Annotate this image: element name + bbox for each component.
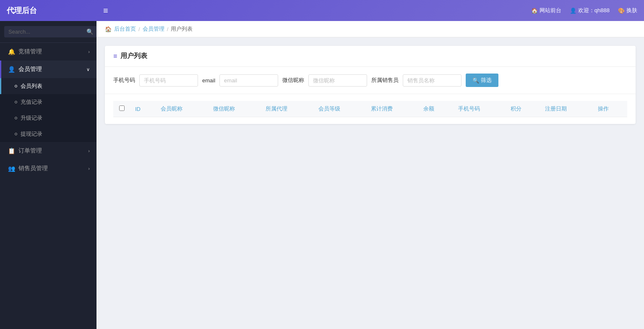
breadcrumb-sep1: / xyxy=(138,26,140,32)
phone-input[interactable] xyxy=(139,74,198,87)
wechat-label: 微信昵称 xyxy=(282,76,304,84)
email-label: email xyxy=(202,77,215,84)
header-left: ≡ xyxy=(103,6,531,16)
dot-icon xyxy=(15,85,17,87)
wechat-input[interactable] xyxy=(308,74,367,87)
col-consumption: 累计消费 xyxy=(366,101,418,117)
breadcrumb-sep2: / xyxy=(167,26,169,32)
breadcrumb-current: 用户列表 xyxy=(171,25,193,33)
sidebar-item-xiaoshou[interactable]: 👥 销售员管理 › xyxy=(0,160,96,177)
filter-bar: 手机号码 email 微信昵称 所属销售员 🔍 筛选 xyxy=(105,67,636,94)
sidebar-item-label: 销售员管理 xyxy=(18,165,48,172)
hamburger-icon[interactable]: ≡ xyxy=(103,6,108,16)
search-button[interactable]: 🔍 xyxy=(83,26,96,37)
logo-area: 代理后台 xyxy=(7,5,103,16)
logo-text: 代理后台 xyxy=(7,5,37,16)
chevron-down-icon: ∨ xyxy=(86,67,90,72)
user-welcome: 👤 欢迎：qh888 xyxy=(570,7,610,14)
sidebar-item-chongzhi[interactable]: 充值记录 xyxy=(0,94,96,110)
home-icon: 🏠 xyxy=(531,8,538,14)
sidebar-item-dingdan[interactable]: 📋 订单管理 › xyxy=(0,142,96,160)
main-card: ≡ 用户列表 手机号码 email 微信昵称 所属销售员 🔍 筛选 xyxy=(105,46,636,124)
sidebar-item-label: 竞猜管理 xyxy=(18,48,42,55)
select-all-checkbox[interactable] xyxy=(119,105,125,111)
sales-icon: 👥 xyxy=(8,165,15,172)
breadcrumb: 🏠 后台首页 / 会员管理 / 用户列表 xyxy=(96,21,644,37)
chevron-icon: › xyxy=(88,166,90,171)
col-agent: 所属代理 xyxy=(261,101,313,117)
col-regdate: 注册日期 xyxy=(540,101,592,117)
sidebar-item-huiyuan-list[interactable]: 会员列表 xyxy=(0,78,96,94)
col-level: 会员等级 xyxy=(313,101,366,117)
card-title: 用户列表 xyxy=(120,52,147,61)
list-icon: ≡ xyxy=(113,53,117,60)
top-header: 代理后台 ≡ 🏠 网站前台 👤 欢迎：qh888 🎨 换肤 xyxy=(0,0,644,21)
table-container: ID 会员昵称 微信昵称 所属代理 xyxy=(105,94,636,124)
users-table: ID 会员昵称 微信昵称 所属代理 xyxy=(113,101,627,117)
home-icon: 🏠 xyxy=(105,26,112,32)
main-layout: 🔍 🔔 竞猜管理 › 👤 会员管理 ∨ 会员列表 充值记 xyxy=(0,21,644,329)
card-header: ≡ 用户列表 xyxy=(105,46,636,67)
sidebar-item-shengji[interactable]: 升级记录 xyxy=(0,110,96,126)
col-checkbox xyxy=(113,101,130,117)
dot-icon xyxy=(15,117,17,119)
sidebar-item-label: 订单管理 xyxy=(18,147,42,155)
col-phone: 手机号码 xyxy=(453,101,506,117)
col-balance: 余额 xyxy=(418,101,453,117)
site-link[interactable]: 🏠 网站前台 xyxy=(531,7,561,14)
col-points: 积分 xyxy=(506,101,540,117)
phone-label: 手机号码 xyxy=(113,76,135,84)
col-id: ID xyxy=(130,101,156,117)
breadcrumb-parent-link[interactable]: 会员管理 xyxy=(143,25,164,33)
filter-button[interactable]: 🔍 筛选 xyxy=(466,74,498,87)
sidebar-item-huiyuan[interactable]: 👤 会员管理 ∨ xyxy=(0,61,96,78)
skin-icon: 🎨 xyxy=(618,8,625,14)
col-action: 操作 xyxy=(593,101,628,117)
search-input[interactable] xyxy=(4,26,83,37)
page-content: ≡ 用户列表 手机号码 email 微信昵称 所属销售员 🔍 筛选 xyxy=(96,37,644,329)
sidebar-item-tixian[interactable]: 提现记录 xyxy=(0,126,96,142)
chevron-icon: › xyxy=(88,148,90,153)
salesperson-label: 所属销售员 xyxy=(371,76,399,84)
sidebar-item-jingsai[interactable]: 🔔 竞猜管理 › xyxy=(0,43,96,61)
sidebar-search-box: 🔍 xyxy=(0,21,96,43)
dot-icon xyxy=(15,133,17,135)
bell-icon: 🔔 xyxy=(8,48,15,55)
order-icon: 📋 xyxy=(8,147,15,154)
user-icon: 👤 xyxy=(570,8,576,14)
switch-skin-link[interactable]: 🎨 换肤 xyxy=(618,7,637,14)
col-wechat: 微信昵称 xyxy=(208,101,261,117)
user-icon: 👤 xyxy=(8,66,15,73)
dot-icon xyxy=(15,101,17,103)
sidebar-item-label: 会员管理 xyxy=(18,66,42,73)
content-area: 🏠 后台首页 / 会员管理 / 用户列表 ≡ 用户列表 手机号码 email xyxy=(96,21,644,329)
search-icon: 🔍 xyxy=(472,77,479,84)
salesperson-input[interactable] xyxy=(403,74,461,87)
table-header-row: ID 会员昵称 微信昵称 所属代理 xyxy=(113,101,627,117)
submenu-huiyuan: 会员列表 充值记录 升级记录 提现记录 xyxy=(0,78,96,142)
header-right: 🏠 网站前台 👤 欢迎：qh888 🎨 换肤 xyxy=(531,7,637,14)
email-input[interactable] xyxy=(219,74,278,87)
chevron-icon: › xyxy=(88,49,90,54)
col-nickname: 会员昵称 xyxy=(156,101,208,117)
sidebar: 🔍 🔔 竞猜管理 › 👤 会员管理 ∨ 会员列表 充值记 xyxy=(0,21,96,329)
breadcrumb-home-link[interactable]: 后台首页 xyxy=(114,25,136,33)
